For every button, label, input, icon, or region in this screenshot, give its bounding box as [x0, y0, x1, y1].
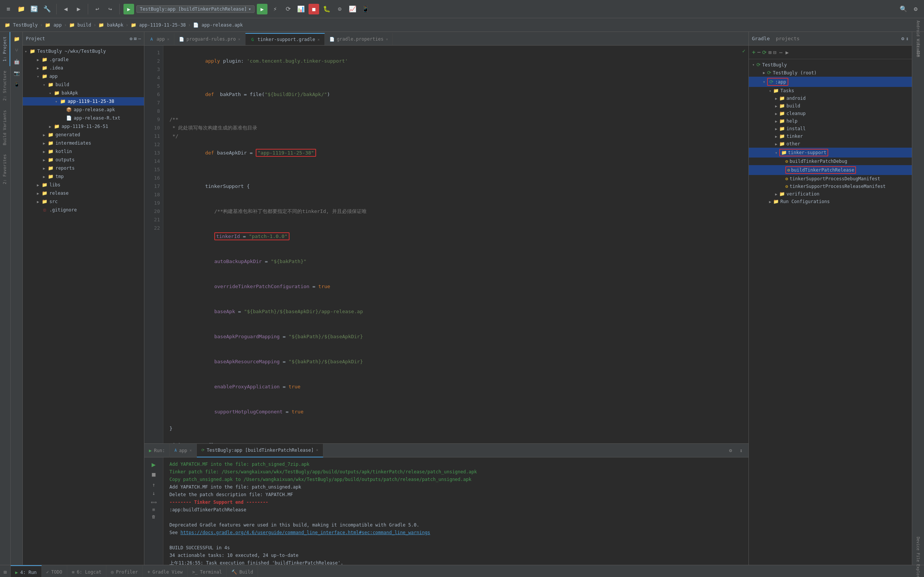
gradle-refresh-icon[interactable]: ⟳ [762, 49, 767, 55]
panel-collapse-icon[interactable]: — [138, 36, 141, 41]
forward-icon[interactable]: ▶ [73, 4, 84, 15]
tree-item-tmp[interactable]: ▶ 📁 tmp [23, 172, 144, 181]
gradle-install-tasks[interactable]: ▶ 📁 install [749, 125, 912, 132]
tree-item-kotlin[interactable]: ▶ 📁 kotlin [23, 147, 144, 156]
structure-tab[interactable]: 2: Structure [0, 66, 10, 105]
trash-icon[interactable]: 🗑 [152, 514, 156, 519]
code-editor[interactable]: 12345 678910 1112131415 1617181920 2122 … [144, 45, 748, 443]
breadcrumb-apk[interactable]: 📄 app-release.apk [193, 23, 243, 28]
tree-item-reports[interactable]: ▶ 📁 reports [23, 164, 144, 172]
tree-item-generated[interactable]: ▶ 📁 generated [23, 131, 144, 139]
gradle-build-tinker-debug[interactable]: ⚙ buildTinkerPatchDebug [749, 158, 912, 165]
gradle-build-tasks[interactable]: ▶ 📁 build [749, 102, 912, 110]
menu-icon[interactable]: ≡ [3, 4, 14, 15]
pin-run-icon[interactable]: ↕ [737, 446, 745, 455]
tab-proguard[interactable]: 📄 proguard-rules.pro × [174, 33, 246, 45]
redo-icon[interactable]: ↪ [105, 4, 115, 15]
gradle-cleanup-tasks[interactable]: ▶ 📁 cleanup [749, 110, 912, 117]
gradle-app[interactable]: ▾ ⟳ :app [749, 77, 912, 87]
code-content[interactable]: apply plugin: 'com.tencent.bugly.tinker-… [163, 45, 748, 443]
android-wifi-adb-tab[interactable]: Android WiFi ADB [913, 34, 924, 44]
gradle-pin-icon[interactable]: ↕ [906, 36, 909, 41]
panel-gear-icon[interactable]: ⚙ [129, 36, 132, 41]
favorites-tab[interactable]: 2: Favorites [0, 150, 10, 189]
git-icon[interactable]: ⑂ [11, 45, 22, 55]
breadcrumb-bakapk[interactable]: 📁 bakApk [99, 23, 123, 28]
gradle-collapse-all-icon[interactable]: ⊟ [773, 49, 776, 55]
gradle-build-tinker-release[interactable]: ⚙ buildTinkerPatchRelease [749, 165, 912, 175]
gradle-android-tasks[interactable]: ▶ 📁 android [749, 95, 912, 102]
sync-icon[interactable]: ⟳ [283, 4, 293, 15]
gradle-more-icon[interactable]: ⋯ [779, 49, 782, 55]
run-stop-icon[interactable]: ■ [152, 471, 156, 478]
gradle-tinker-tasks[interactable]: ▶ 📁 tinker [749, 132, 912, 140]
tree-item-intermediates[interactable]: ▶ 📁 intermediates [23, 139, 144, 147]
gradle-tasks[interactable]: ▾ 📁 Tasks [749, 87, 912, 95]
tree-item-app-1119[interactable]: ▾ 📁 app-1119-11-25-38 [23, 97, 144, 106]
play-button[interactable]: ▶ [257, 4, 268, 15]
search-icon[interactable]: 🔍 [898, 4, 909, 15]
lightning-icon[interactable]: ⚡ [270, 4, 280, 15]
tree-item-release[interactable]: ▶ 📁 release [23, 189, 144, 197]
tree-item-src[interactable]: ▶ 📁 src [23, 197, 144, 206]
tree-item-app-1119-26[interactable]: ▶ 📁 app-1119-11-26-51 [23, 122, 144, 131]
device-file-explorer-tab[interactable]: Device File Explorer [913, 554, 924, 565]
bottom-profiler-tab[interactable]: ◎ Profiler [107, 565, 143, 577]
debug-icon[interactable]: 🐛 [321, 4, 332, 15]
coverage-icon[interactable]: ⊙ [334, 4, 345, 15]
wrap-icon[interactable]: ⟺ [151, 500, 157, 505]
app-tab-close[interactable]: × [167, 37, 170, 41]
breadcrumb-app1119[interactable]: 📁 app-1119-11-25-38 [131, 23, 186, 28]
testbugly-run-tab[interactable]: ⟳ TestBugly:app [buildTinkerPatchRelease… [197, 444, 323, 458]
gradle-verification-tasks[interactable]: ▶ 📁 verification [749, 190, 912, 198]
capture-icon[interactable]: 📷 [11, 68, 22, 78]
breadcrumb-testbugly[interactable]: 📁 TestBugly [5, 23, 38, 28]
gradle-run-icon[interactable]: ▶ [786, 49, 789, 55]
panel-expand-icon[interactable]: ⊞ [134, 36, 137, 41]
tree-item-txt[interactable]: 📄 app-release-R.txt [23, 114, 144, 122]
tree-item-libs[interactable]: ▶ 📁 libs [23, 181, 144, 189]
profile-icon[interactable]: 📈 [347, 4, 358, 15]
gradle-run-configs[interactable]: ▶ 📁 Run Configurations [749, 198, 912, 205]
run-label-tab[interactable]: ▶ Run: [144, 444, 170, 458]
settings-icon[interactable]: ⚙ [910, 4, 921, 15]
run-config-selector[interactable]: TestBugly:app [buildTinkerPatchRelease] … [136, 5, 255, 13]
breadcrumb-app[interactable]: 📁 app [45, 23, 61, 28]
tree-item-gradle-dir[interactable]: ▶ 📁 .gradle [23, 55, 144, 64]
app-run-tab[interactable]: A app × [170, 444, 197, 458]
tree-item-gitignore[interactable]: ⎅ .gitignore [23, 206, 144, 214]
chart-icon[interactable]: 📊 [296, 4, 306, 15]
gradle-settings-icon[interactable]: ⚙ [901, 36, 904, 41]
undo-icon[interactable]: ↩ [92, 4, 103, 15]
tree-item-outputs[interactable]: ▶ 📁 outputs [23, 156, 144, 164]
gradle-tinker-support[interactable]: ▾ 📁 tinker-support [749, 148, 912, 158]
bottom-gradle-view-tab[interactable]: + Gradle View [143, 565, 188, 577]
proguard-tab-close[interactable]: × [238, 37, 241, 41]
tree-item-bakapk[interactable]: ▾ 📁 bakApk [23, 89, 144, 97]
project-tab[interactable]: 1: Project [0, 32, 10, 66]
tree-item-apk[interactable]: 📦 app-release.apk [23, 106, 144, 114]
bottom-left-icon[interactable]: ⊞ [0, 565, 11, 577]
gradle-help-tasks[interactable]: ▶ 📁 help [749, 117, 912, 125]
tree-item-idea-dir[interactable]: ▶ 📁 .idea [23, 64, 144, 72]
stop-button[interactable]: ■ [309, 4, 319, 15]
bottom-terminal-tab[interactable]: >_ Terminal [188, 565, 227, 577]
testbugly-run-close[interactable]: × [316, 448, 318, 452]
gradle-testbugly-root[interactable]: ▶ ⟳ TestBugly (root) [749, 69, 912, 77]
bottom-build-tab[interactable]: 🔨 Build [227, 565, 258, 577]
gradle-other-tasks[interactable]: ▶ 📁 other [749, 140, 912, 148]
tree-item-testbugly[interactable]: ▾ 📁 TestBugly ~/wkx/TestBugly [23, 47, 144, 55]
run-play-icon[interactable]: ▶ [152, 461, 156, 469]
bottom-todo-tab[interactable]: ✓ TODO [42, 565, 67, 577]
gradle-side-tab[interactable]: Gradle [913, 45, 924, 55]
gradle-props-tab-close[interactable]: × [386, 37, 388, 41]
folder-icon[interactable]: 📁 [16, 4, 27, 15]
gradle-testbugly[interactable]: ▾ ⟳ TestBugly [749, 61, 912, 69]
bottom-run-tab[interactable]: ▶ 4: Run [11, 565, 42, 577]
breadcrumb-build[interactable]: 📁 build [69, 23, 91, 28]
tree-item-build[interactable]: ▾ 📁 build [23, 81, 144, 89]
gradle-minus-icon[interactable]: − [757, 48, 761, 56]
project-icon[interactable]: 📁 [11, 34, 22, 44]
build-variants-tab[interactable]: Build Variants [0, 106, 10, 150]
tab-tinker[interactable]: G tinker-support.gradle × [246, 33, 325, 45]
